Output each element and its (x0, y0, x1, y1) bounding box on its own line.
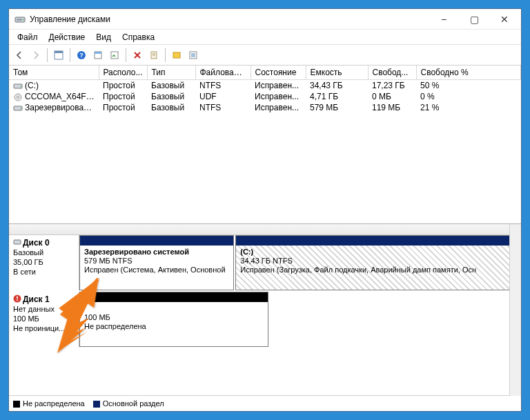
svg-rect-9 (111, 52, 118, 59)
disk-row[interactable]: Диск 1Нет данных100 МБНе проиници... 100… (9, 292, 509, 348)
content-area: Том Располо... Тип Файловая с... Состоян… (9, 66, 521, 411)
svg-text:?: ? (79, 52, 84, 59)
toolbar: ? (9, 45, 521, 66)
legend: Не распределена Основной раздел (9, 396, 521, 411)
legend-primary: Основной раздел (93, 399, 164, 408)
svg-point-19 (20, 86, 21, 87)
table-row[interactable]: Зарезервировано...ПростойБазовыйNTFSИспр… (9, 102, 521, 113)
col-status[interactable]: Состояние (251, 66, 306, 80)
window-title: Управление дисками (30, 14, 429, 24)
col-freepct[interactable]: Свободно % (416, 66, 521, 80)
volume-icon (13, 104, 23, 112)
menubar: Файл Действие Вид Справка (9, 30, 521, 45)
volume-table: Том Располо... Тип Файловая с... Состоян… (9, 66, 521, 224)
col-fs[interactable]: Файловая с... (195, 66, 251, 80)
volume-icon (13, 93, 23, 101)
svg-point-21 (17, 96, 19, 98)
col-volume[interactable]: Том (9, 66, 99, 80)
menu-help[interactable]: Справка (117, 31, 160, 43)
new-button[interactable] (169, 48, 184, 63)
back-button[interactable] (12, 48, 27, 63)
legend-unallocated: Не распределена (13, 399, 85, 408)
svg-rect-24 (14, 240, 21, 244)
disk-info: Диск 0Базовый35,00 ГБВ сети (9, 235, 79, 290)
menu-view[interactable]: Вид (90, 31, 117, 43)
disk-row[interactable]: Диск 0Базовый35,00 ГБВ сетиЗарезервирова… (9, 235, 509, 292)
table-header-row: Том Располо... Тип Файловая с... Состоян… (9, 66, 521, 80)
disk-partition[interactable]: Зарезервировано системой579 МБ NTFSИспра… (79, 235, 234, 290)
svg-rect-1 (17, 19, 22, 21)
settings-button[interactable] (146, 48, 161, 63)
menu-file[interactable]: Файл (12, 31, 43, 43)
col-type[interactable]: Тип (147, 66, 195, 80)
svg-point-23 (20, 108, 21, 109)
col-free[interactable]: Свобод... (368, 66, 416, 80)
vertical-scrollbar[interactable] (509, 224, 521, 396)
svg-rect-13 (173, 52, 180, 58)
legend-swatch-unalloc (13, 401, 20, 408)
table-row[interactable]: CCCOMA_X64FRE...ПростойБазовыйUDFИсправе… (9, 91, 521, 102)
table-row[interactable]: (C:)ПростойБазовыйNTFSИсправен...34,43 Г… (9, 80, 521, 92)
disk-pane-top-gutter (9, 224, 509, 235)
disk-partition[interactable]: (C:)34,43 ГБ NTFSИсправен (Загрузка, Фай… (235, 235, 509, 290)
disk-partition[interactable]: 100 МБНе распределена (79, 292, 268, 347)
svg-rect-27 (17, 300, 18, 301)
svg-point-2 (23, 19, 24, 20)
svg-rect-4 (55, 51, 63, 53)
delete-button[interactable] (130, 48, 145, 63)
col-location[interactable]: Располо... (99, 66, 147, 80)
disk-partitions: 100 МБНе распределена (79, 292, 509, 347)
col-capacity[interactable]: Емкость (306, 66, 368, 80)
show-hide-tree-button[interactable] (51, 48, 66, 63)
titlebar: Управление дисками − ▢ ✕ (9, 9, 521, 30)
maximize-button[interactable]: ▢ (459, 10, 489, 29)
properties-button[interactable] (90, 48, 106, 63)
disk-management-window: Управление дисками − ▢ ✕ Файл Действие В… (8, 8, 522, 412)
refresh-button[interactable] (107, 48, 122, 63)
disk-info: Диск 1Нет данных100 МБНе проиници... (9, 292, 79, 347)
list-button[interactable] (186, 48, 201, 63)
svg-rect-26 (17, 297, 18, 299)
help-button[interactable]: ? (74, 48, 89, 63)
disk-partitions: Зарезервировано системой579 МБ NTFSИспра… (79, 235, 509, 290)
app-icon (14, 14, 26, 25)
volume-icon (13, 82, 23, 90)
svg-rect-8 (95, 52, 101, 54)
legend-swatch-primary (93, 401, 100, 408)
minimize-button[interactable]: − (429, 10, 459, 29)
forward-button[interactable] (28, 48, 43, 63)
menu-action[interactable]: Действие (43, 31, 91, 43)
disk-graphical-view: Диск 0Базовый35,00 ГБВ сетиЗарезервирова… (9, 224, 509, 396)
close-button[interactable]: ✕ (489, 10, 520, 29)
